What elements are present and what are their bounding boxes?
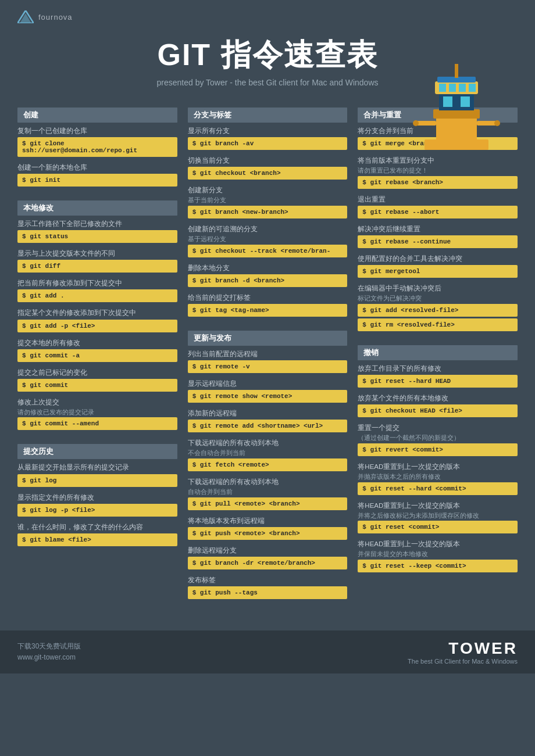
cmd-box: $ git status <box>17 230 177 243</box>
section-header-branches: 分支与标签 <box>188 108 348 123</box>
cmd-box: $ git reset <commit> <box>358 521 518 533</box>
section-undo: 撤销 放弃工作目录下的所有修改 $ git reset --hard HEAD … <box>358 345 518 578</box>
svg-rect-11 <box>459 84 466 92</box>
cmd-block-commit: 提交之前已标记的变化 $ git commit <box>17 368 177 392</box>
cmd-box: $ git rebase --continue <box>358 235 518 248</box>
cmd-desc: 列出当前配置的远程端 <box>188 349 348 359</box>
svg-rect-10 <box>449 84 456 92</box>
cmd-box: $ git init <box>17 174 177 187</box>
cmd-desc-small: 不会自动合并到当前 <box>188 449 348 457</box>
cmd-box: $ git reset --hard <commit> <box>358 482 518 495</box>
logo-area: fournova <box>17 10 73 23</box>
content-area: 创建 复制一个已创建的仓库 $ git clone ssh://user@dom… <box>0 96 535 625</box>
cmd-block-rebase: 将当前版本重置到分支中 请勿重置已发布的提交！ $ git rebase <br… <box>358 156 518 189</box>
cmd-desc: 谁，在什么时间，修改了文件的什么内容 <box>17 522 177 532</box>
section-create: 创建 复制一个已创建的仓库 $ git clone ssh://user@dom… <box>17 108 177 192</box>
cmd-desc: 创建一个新的本地仓库 <box>17 163 177 172</box>
cmd-desc: 退出重置 <box>358 195 518 204</box>
section-history: 提交历史 从最新提交开始显示所有的提交记录 $ git log 显示指定文件的所… <box>17 444 177 551</box>
cmd-box: $ git log <box>17 474 177 487</box>
logo-text: fournova <box>38 13 73 22</box>
cmd-desc: 显示所有分支 <box>188 126 348 135</box>
svg-rect-16 <box>477 121 497 126</box>
tower-brand: TOWER <box>408 639 518 658</box>
svg-rect-4 <box>433 109 480 119</box>
cmd-block-reset-keep: 将HEAD重置到上一次提交的版本 并保留未提交的本地修改 $ git reset… <box>358 539 518 572</box>
cmd-desc: 指定某个文件的修改添加到下次提交中 <box>17 308 177 317</box>
cmd-block-revert: 重置一个提交 （通过创建一个截然不同的新提交） $ git revert <co… <box>358 423 518 456</box>
cmd-desc: 创建新分支 <box>188 185 348 195</box>
footer: 下载30天免费试用版 www.git-tower.com TOWER The b… <box>0 630 535 673</box>
cmd-box: $ git commit <box>17 379 177 392</box>
cmd-block-log-p: 显示指定文件的所有修改 $ git log -p <file> <box>17 493 177 517</box>
cmd-desc: 把当前所有修改添加到下次提交中 <box>17 278 177 288</box>
cmd-block-resolved: 在编辑器中手动解决冲突后 标记文件为已解决冲突 $ git add <resol… <box>358 284 518 331</box>
cmd-desc: 将HEAD重置到上一次提交的版本 <box>358 539 518 549</box>
cmd-desc: 使用配置好的合并工具去解决冲突 <box>358 254 518 263</box>
cmd-box: $ git log -p <file> <box>17 504 177 517</box>
cmd-block-tag: 给当前的提交打标签 $ git tag <tag-name> <box>188 293 348 317</box>
cmd-block-checkout-head: 放弃某个文件的所有本地修改 $ git checkout HEAD <file> <box>358 393 518 417</box>
section-header-update: 更新与发布 <box>188 331 348 346</box>
cmd-desc: 发布标签 <box>188 575 348 585</box>
cmd-block-rebase-continue: 解决冲突后继续重置 $ git rebase --continue <box>358 224 518 248</box>
download-label: 下载30天免费试用版 <box>17 641 81 652</box>
section-branches: 分支与标签 显示所有分支 $ git branch -av 切换当前分支 $ g… <box>188 108 348 323</box>
cmd-desc: 放弃某个文件的所有本地修改 <box>358 393 518 403</box>
svg-rect-15 <box>416 121 436 126</box>
section-update: 更新与发布 列出当前配置的远程端 $ git remote -v 显示远程端信息… <box>188 331 348 605</box>
cmd-desc: 提交本地的所有修改 <box>17 338 177 347</box>
tower-tagline: The best Git Client for Mac & Windows <box>408 658 518 665</box>
cmd-desc-small: 请勿修改已发布的提交记录 <box>17 409 177 417</box>
cmd-box: $ git branch -d <branch> <box>188 274 348 287</box>
cmd-block-status: 显示工作路径下全部已修改的文件 $ git status <box>17 219 177 243</box>
cmd-desc-small: 并保留未提交的本地修改 <box>358 550 518 558</box>
cmd-block-checkout: 切换当前分支 $ git checkout <branch> <box>188 156 348 180</box>
section-header-local: 本地修改 <box>17 200 177 216</box>
cmd-block-push-tags: 发布标签 $ git push --tags <box>188 575 348 599</box>
tower-illustration <box>413 58 500 157</box>
svg-rect-7 <box>461 96 470 107</box>
svg-rect-14 <box>455 64 458 78</box>
section-local: 本地修改 显示工作路径下全部已修改的文件 $ git status 显示与上次提… <box>17 200 177 436</box>
cmd-desc: 将本地版本发布到远程端 <box>188 516 348 525</box>
cmd-desc: 切换当前分支 <box>188 156 348 165</box>
svg-rect-12 <box>469 84 476 92</box>
cmd-box: $ git reset --keep <commit> <box>358 560 518 572</box>
cmd-desc: 显示与上次提交版本文件的不同 <box>17 249 177 258</box>
cmd-desc: 下载远程端的所有改动到本地 <box>188 477 348 486</box>
cmd-desc: 修改上次提交 <box>17 397 177 407</box>
cmd-desc-small: 基于远程分支 <box>188 235 348 243</box>
cmd-block-diff: 显示与上次提交版本文件的不同 $ git diff <box>17 249 177 273</box>
cmd-desc: 将HEAD重置到上一次提交的版本 <box>358 462 518 471</box>
cmd-block-track: 创建新的可追溯的分支 基于远程分支 $ git checkout --track… <box>188 224 348 257</box>
cmd-desc-small: （通过创建一个截然不同的新提交） <box>358 434 518 442</box>
cmd-box: $ git blame <file> <box>17 533 177 546</box>
cmd-box: $ git commit --amend <box>17 417 177 430</box>
cmd-box: $ git commit -a <box>17 349 177 362</box>
cmd-desc: 复制一个已创建的仓库 <box>17 126 177 135</box>
column-1: 创建 复制一个已创建的仓库 $ git clone ssh://user@dom… <box>17 108 177 613</box>
cmd-box: $ git checkout HEAD <file> <box>358 404 518 417</box>
cmd-block-remote-show: 显示远程端信息 $ git remote show <remote> <box>188 379 348 403</box>
cmd-desc: 从最新提交开始显示所有的提交记录 <box>17 463 177 472</box>
cmd-desc: 创建新的可追溯的分支 <box>188 224 348 234</box>
cmd-block-pull: 下载远程端的所有改动到本地 自动合并到当前 $ git pull <remote… <box>188 477 348 510</box>
svg-rect-6 <box>443 96 452 107</box>
cmd-block-clone: 复制一个已创建的仓库 $ git clone ssh://user@domain… <box>17 126 177 157</box>
cmd-box: $ git reset --hard HEAD <box>358 375 518 388</box>
svg-point-18 <box>494 120 500 126</box>
cmd-desc: 放弃工作目录下的所有修改 <box>358 364 518 373</box>
cmd-box: $ git fetch <remote> <box>188 458 348 471</box>
cmd-desc-small: 并将之后修改标记为未添加到缓存区的修改 <box>358 512 518 520</box>
cmd-box-second: $ git rm <resolved-file> <box>358 318 518 331</box>
cmd-block-add-all: 把当前所有修改添加到下次提交中 $ git add . <box>17 278 177 302</box>
svg-rect-9 <box>439 84 446 92</box>
cmd-box: $ git revert <commit> <box>358 443 518 456</box>
cmd-box: $ git remote show <remote> <box>188 390 348 403</box>
cmd-block-log: 从最新提交开始显示所有的提交记录 $ git log <box>17 463 177 486</box>
cmd-block-commit-a: 提交本地的所有修改 $ git commit -a <box>17 338 177 362</box>
cmd-block-add-p: 指定某个文件的修改添加到下次提交中 $ git add -p <file> <box>17 308 177 332</box>
cmd-block-branch-d: 删除本地分支 $ git branch -d <branch> <box>188 263 348 287</box>
cmd-box: $ git remote -v <box>188 360 348 373</box>
